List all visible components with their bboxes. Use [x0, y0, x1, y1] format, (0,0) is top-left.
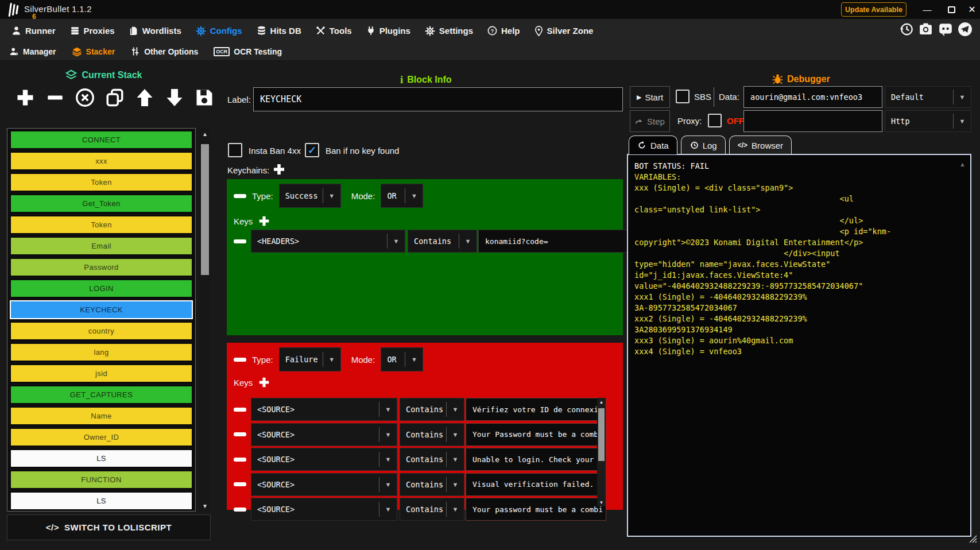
stack-block[interactable]: LOGIN: [10, 279, 193, 298]
scroll-up-icon[interactable]: ▲: [597, 398, 606, 406]
stack-block[interactable]: GET_CAPTURES: [10, 385, 193, 404]
step-button[interactable]: Step: [630, 110, 670, 132]
key-condition-dropdown[interactable]: Contains ▼: [408, 230, 477, 253]
history-icon[interactable]: [898, 21, 914, 37]
stack-block[interactable]: xxx: [10, 152, 193, 171]
switch-to-loliscript-button[interactable]: </> SWITCH TO LOLISCRIPT: [7, 514, 211, 540]
screenshot-icon[interactable]: [918, 21, 933, 37]
key-source-dropdown[interactable]: <SOURCE>▼: [251, 448, 397, 471]
key-condition-dropdown[interactable]: Contains▼: [400, 473, 464, 496]
tab-log[interactable]: Log: [681, 135, 726, 154]
key-value-input[interactable]: konamiid?code=: [478, 230, 629, 253]
key-source-dropdown[interactable]: <SOURCE>▼: [251, 498, 397, 521]
maximize-button[interactable]: [943, 0, 960, 19]
key-value-input[interactable]: Your password must be a combi: [466, 498, 606, 521]
subnav-item-ocr-testing[interactable]: OCR OCR Testing: [214, 47, 282, 56]
scroll-thumb[interactable]: [598, 408, 605, 461]
subnav-item-stacker[interactable]: Stacker: [72, 47, 115, 57]
wordlist-type-dropdown[interactable]: Default▼: [885, 86, 971, 108]
stack-block[interactable]: LS: [10, 491, 193, 510]
scroll-down-icon[interactable]: ▼: [199, 500, 211, 512]
proxy-checkbox[interactable]: [708, 114, 722, 127]
nav-item-configs[interactable]: Configs: [196, 26, 242, 36]
move-up-button[interactable]: [133, 86, 156, 109]
move-down-button[interactable]: [163, 86, 186, 109]
stack-block[interactable]: CONNECT: [10, 130, 193, 149]
key-value-input[interactable]: Vérifiez votre ID de connexio: [466, 398, 606, 421]
key-condition-dropdown[interactable]: Contains▼: [400, 398, 464, 421]
stack-block[interactable]: lang: [10, 343, 193, 362]
nav-item-plugins[interactable]: Plugins: [366, 26, 410, 36]
nav-item-tools[interactable]: Tools: [316, 26, 352, 36]
scroll-thumb[interactable]: [201, 144, 209, 275]
remove-keychain-button[interactable]: [234, 358, 246, 362]
add-key-button[interactable]: [258, 215, 270, 227]
key-condition-dropdown[interactable]: Contains▼: [400, 498, 464, 521]
tab-browser[interactable]: </> Browser: [729, 135, 792, 154]
stack-scrollbar[interactable]: ▲ ▼: [199, 128, 211, 512]
telegram-icon[interactable]: [957, 21, 973, 37]
tab-data[interactable]: Data: [629, 135, 677, 154]
ban-no-key-checkbox[interactable]: ✓: [305, 143, 319, 157]
remove-key-button[interactable]: [234, 432, 246, 436]
sbs-checkbox[interactable]: [676, 90, 690, 103]
nav-item-silver-zone[interactable]: Silver Zone 6: [534, 26, 594, 36]
add-keychain-button[interactable]: [272, 162, 286, 176]
keys-scrollbar[interactable]: ▲ ▼: [597, 398, 606, 506]
keychain-type-dropdown[interactable]: Failure ▼: [279, 347, 341, 371]
key-value-input[interactable]: Unable to login. Check your l: [466, 448, 606, 471]
nav-item-proxies[interactable]: Proxies: [70, 26, 115, 36]
block-label-input[interactable]: KEYCHECK: [253, 87, 623, 111]
scroll-down-icon[interactable]: ▼: [597, 498, 606, 506]
nav-item-settings[interactable]: Settings: [425, 26, 473, 36]
remove-keychain-button[interactable]: [234, 194, 246, 198]
keychain-mode-dropdown[interactable]: OR ▼: [381, 184, 423, 208]
stack-block[interactable]: Password: [10, 258, 193, 277]
stack-block[interactable]: Name: [10, 406, 193, 425]
key-source-dropdown[interactable]: <SOURCE>▼: [251, 398, 397, 421]
update-available-button[interactable]: Update Available: [841, 2, 907, 17]
key-condition-dropdown[interactable]: Contains▼: [400, 423, 464, 446]
remove-key-button[interactable]: [234, 482, 246, 486]
remove-key-button[interactable]: [234, 508, 246, 512]
nav-item-runner[interactable]: Runner: [11, 26, 56, 36]
scroll-up-icon[interactable]: ▲: [959, 161, 966, 168]
stack-block[interactable]: jsid: [10, 364, 193, 383]
keychain-mode-dropdown[interactable]: OR ▼: [381, 347, 423, 371]
remove-key-button[interactable]: [234, 458, 246, 462]
proxy-type-dropdown[interactable]: Http▼: [885, 110, 971, 132]
nav-item-help[interactable]: ? Help: [487, 26, 520, 36]
proxy-input[interactable]: [743, 110, 882, 132]
insta-ban-checkbox[interactable]: [228, 143, 242, 157]
stack-block-selected[interactable]: KEYCHECK: [10, 300, 193, 319]
subnav-item-other-options[interactable]: Other Options: [130, 47, 198, 56]
key-value-input[interactable]: Visual verification failed.: [466, 473, 606, 496]
nav-item-wordlists[interactable]: Wordlists: [129, 26, 181, 36]
stack-block[interactable]: Email: [10, 237, 193, 255]
add-key-button[interactable]: [258, 376, 270, 389]
add-block-button[interactable]: [14, 86, 37, 109]
key-source-dropdown[interactable]: <SOURCE>▼: [251, 473, 397, 496]
stack-block[interactable]: FUNCTION: [10, 470, 193, 489]
subnav-item-manager[interactable]: Manager: [9, 47, 56, 56]
remove-key-button[interactable]: [234, 408, 246, 412]
stack-block[interactable]: country: [10, 322, 193, 340]
scroll-up-icon[interactable]: ▲: [199, 128, 211, 140]
stack-block[interactable]: Token: [10, 173, 193, 192]
stack-block[interactable]: Get_Token: [10, 194, 193, 213]
key-source-dropdown[interactable]: <HEADERS> ▼: [251, 230, 405, 253]
debug-console[interactable]: BOT STATUS: FAIL VARIABLES: xxx (Single)…: [627, 154, 971, 537]
key-condition-dropdown[interactable]: Contains▼: [400, 448, 464, 471]
close-button[interactable]: ✕: [963, 0, 980, 19]
stack-block[interactable]: Token: [10, 215, 193, 234]
clear-stack-button[interactable]: [73, 86, 96, 109]
start-button[interactable]: ▶ Start: [630, 86, 670, 108]
key-value-input[interactable]: Your Password must be a combi: [466, 423, 606, 446]
clone-block-button[interactable]: [103, 86, 126, 109]
minimize-button[interactable]: —: [919, 0, 936, 19]
keychain-type-dropdown[interactable]: Success ▼: [279, 184, 341, 208]
stack-block[interactable]: LS: [10, 449, 193, 468]
stack-block[interactable]: Owner_ID: [10, 428, 193, 447]
discord-icon[interactable]: [938, 21, 953, 37]
key-source-dropdown[interactable]: <SOURCE>▼: [251, 423, 397, 446]
